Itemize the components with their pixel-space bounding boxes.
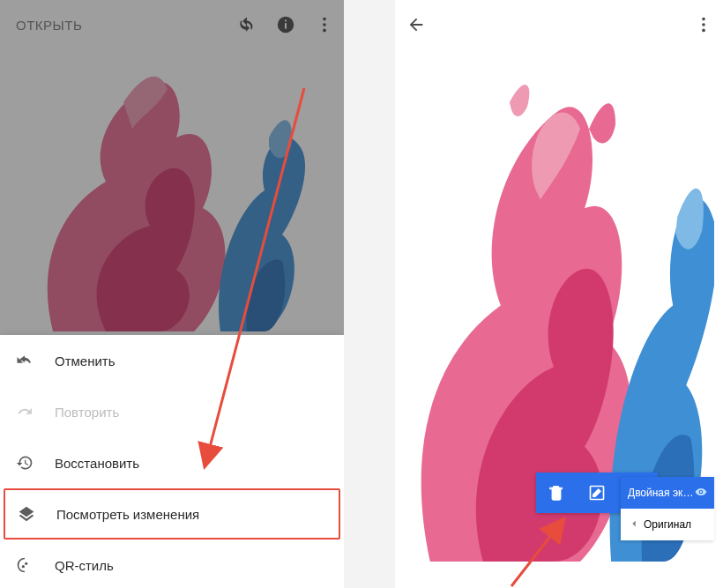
layer-label: Двойная экс…: [628, 487, 695, 499]
layer-label: Оригинал: [644, 518, 707, 531]
left-top-area: ОТКРЫТЬ: [0, 0, 344, 335]
open-button[interactable]: ОТКРЫТЬ: [16, 18, 82, 33]
redo-icon: [16, 403, 46, 421]
svg-point-8: [22, 565, 25, 568]
info-icon[interactable]: [266, 0, 305, 49]
stack-undo-icon[interactable]: [227, 0, 266, 49]
right-top-bar: [395, 0, 723, 49]
menu-item-redo: Повторить: [0, 386, 344, 437]
qr-style-icon: [16, 556, 46, 574]
left-top-bar: ОТКРЫТЬ: [0, 0, 344, 49]
undo-icon: [16, 352, 46, 369]
svg-point-4: [323, 23, 326, 26]
more-vert-icon[interactable]: [305, 0, 344, 49]
svg-rect-1: [285, 23, 287, 28]
history-icon: [16, 454, 46, 472]
layer-row-active[interactable]: Двойная экс…: [621, 477, 714, 509]
back-button[interactable]: [395, 0, 437, 49]
svg-point-11: [702, 29, 705, 33]
eye-icon: [695, 486, 707, 501]
menu-label: Отменить: [55, 354, 116, 368]
svg-point-3: [323, 18, 326, 21]
svg-rect-2: [285, 20, 287, 22]
menu-item-undo[interactable]: Отменить: [0, 335, 344, 386]
svg-point-10: [702, 23, 705, 26]
right-screenshot: Двойная экс… Оригинал: [395, 0, 723, 588]
delete-button[interactable]: [536, 473, 577, 513]
edit-button[interactable]: [577, 473, 617, 513]
menu-item-restore[interactable]: Восстановить: [0, 437, 344, 488]
svg-point-7: [25, 562, 27, 565]
gap: [344, 0, 395, 588]
svg-point-9: [702, 18, 705, 21]
layers-popup: Двойная экс… Оригинал: [621, 477, 714, 540]
chevron-left-icon: [628, 517, 640, 532]
svg-point-5: [323, 29, 326, 33]
bottom-sheet-menu: Отменить Повторить Восстановить Посмотре…: [0, 335, 344, 588]
menu-item-qr-style[interactable]: QR-стиль: [0, 540, 344, 588]
dim-overlay: [0, 49, 344, 335]
right-image[interactable]: Двойная экс… Оригинал: [404, 49, 714, 570]
left-screenshot: ОТКРЫТЬ: [0, 0, 344, 588]
more-vert-icon[interactable]: [684, 0, 723, 49]
menu-label: QR-стиль: [55, 558, 114, 573]
layers-icon: [18, 505, 48, 523]
menu-label: Повторить: [55, 405, 119, 420]
menu-label: Посмотреть изменения: [56, 507, 199, 522]
left-image: [0, 49, 344, 335]
layer-row-original[interactable]: Оригинал: [621, 509, 714, 540]
menu-item-view-changes[interactable]: Посмотреть изменения: [4, 488, 340, 540]
menu-label: Восстановить: [55, 456, 139, 471]
